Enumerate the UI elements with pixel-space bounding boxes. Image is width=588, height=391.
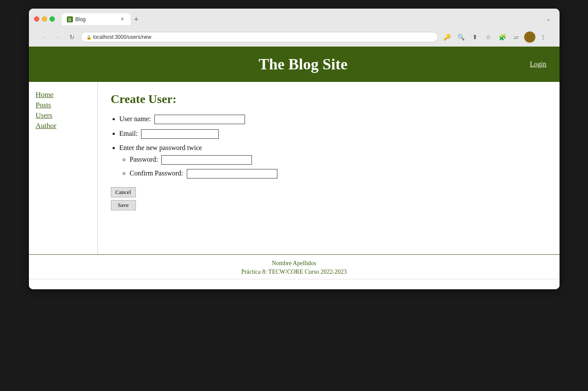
- page-footer: Nombre Apellidos Práctica 8: TECW/CORE C…: [29, 254, 560, 279]
- new-tab-button[interactable]: +: [131, 15, 142, 24]
- footer-line2: Práctica 8: TECW/CORE Curso 2022-2023: [29, 269, 560, 275]
- email-input[interactable]: [141, 129, 219, 139]
- zoom-icon[interactable]: 🔍: [455, 31, 467, 43]
- cancel-button[interactable]: Cancel: [111, 187, 136, 197]
- password-field-item: Password:: [130, 155, 547, 165]
- browser-titlebar: Q Blog ✕ + ⌄ ← → ↻ 🔒 localhost:3000/user…: [29, 9, 560, 47]
- share-icon[interactable]: ⬆: [469, 31, 481, 43]
- forward-button[interactable]: →: [53, 32, 63, 42]
- sidebar: Home Posts Users Author: [29, 82, 98, 254]
- extension-icon[interactable]: 🧩: [497, 31, 509, 43]
- toolbar-actions: 🔑 🔍 ⬆ ☆ 🧩 ▱ ⋮: [441, 31, 549, 43]
- username-field-item: User name:: [119, 115, 547, 124]
- save-button[interactable]: Save: [111, 200, 136, 210]
- footer-line1: Nombre Apellidos: [29, 260, 560, 267]
- username-input[interactable]: [154, 115, 245, 124]
- sidebar-item-home[interactable]: Home: [36, 91, 91, 99]
- sidebar-item-users[interactable]: Users: [36, 111, 91, 120]
- address-bar[interactable]: 🔒 localhost:3000/users/new: [81, 32, 438, 42]
- dropdown-icon[interactable]: ⌄: [542, 13, 554, 25]
- active-tab[interactable]: Q Blog ✕: [62, 13, 131, 25]
- lock-icon: 🔒: [86, 35, 91, 40]
- sidebar-item-author[interactable]: Author: [36, 122, 91, 130]
- form-buttons: Cancel Save: [111, 187, 136, 210]
- confirm-label: Confirm Password:: [130, 169, 183, 177]
- username-label: User name:: [119, 115, 151, 122]
- page-body: Home Posts Users Author Create User: Use…: [29, 82, 560, 254]
- minimize-button[interactable]: [42, 16, 47, 22]
- close-button[interactable]: [34, 16, 39, 22]
- menu-icon[interactable]: ⋮: [537, 31, 549, 43]
- page-header: The Blog Site Login: [29, 47, 560, 82]
- sidebar-item-posts[interactable]: Posts: [36, 101, 91, 109]
- form-list: User name: Email: Enter the new password…: [119, 115, 547, 178]
- password-label: Password:: [130, 156, 158, 163]
- password-input[interactable]: [161, 155, 252, 165]
- address-bar-row: ← → ↻ 🔒 localhost:3000/users/new 🔑 🔍 ⬆ ☆…: [34, 28, 554, 47]
- confirm-password-input[interactable]: [187, 169, 277, 178]
- password-sub-list: Password: Confirm Password:: [130, 155, 547, 178]
- address-text: localhost:3000/users/new: [93, 34, 151, 40]
- password-section-label: Enter the new password twice: [119, 144, 202, 151]
- bookmark-icon[interactable]: ☆: [483, 31, 495, 43]
- maximize-button[interactable]: [50, 16, 55, 22]
- page-title: Create User:: [111, 92, 547, 106]
- sidebar-toggle-icon[interactable]: ▱: [510, 31, 522, 43]
- traffic-lights: [34, 16, 55, 22]
- profile-avatar[interactable]: [524, 31, 535, 43]
- reload-button[interactable]: ↻: [67, 32, 77, 42]
- email-label: Email:: [119, 130, 138, 137]
- back-button[interactable]: ←: [39, 32, 50, 42]
- browser-controls: Q Blog ✕ + ⌄: [34, 13, 554, 25]
- key-icon[interactable]: 🔑: [441, 31, 453, 43]
- email-field-item: Email:: [119, 129, 547, 139]
- bottom-bar: [29, 279, 560, 289]
- main-content: Create User: User name: Email: Enter the…: [98, 82, 560, 254]
- login-link[interactable]: Login: [530, 60, 546, 68]
- site-title: The Blog Site: [76, 55, 530, 73]
- browser-window: Q Blog ✕ + ⌄ ← → ↻ 🔒 localhost:3000/user…: [29, 9, 560, 289]
- confirm-field-item: Confirm Password:: [130, 169, 547, 178]
- tab-title: Blog: [75, 16, 116, 22]
- password-section-item: Enter the new password twice Password: C…: [119, 144, 547, 178]
- tab-favicon: Q: [67, 16, 73, 22]
- tab-bar: Q Blog ✕ + ⌄: [62, 13, 554, 25]
- tab-close-icon[interactable]: ✕: [119, 16, 126, 22]
